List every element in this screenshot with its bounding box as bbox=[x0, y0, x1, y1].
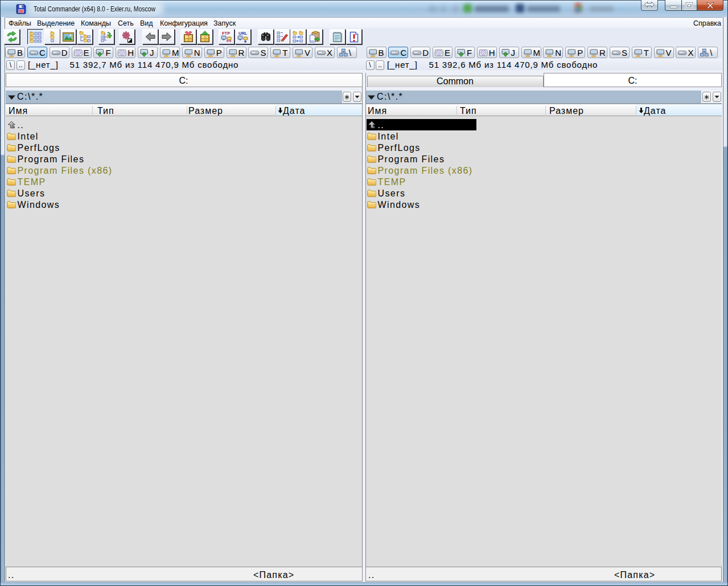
svg-text:URL: URL bbox=[238, 31, 248, 36]
svg-text:FTP: FTP bbox=[222, 31, 230, 36]
